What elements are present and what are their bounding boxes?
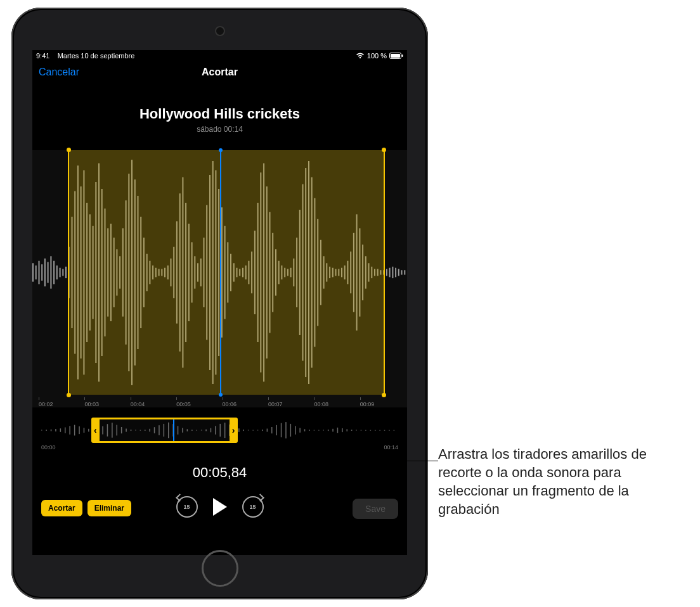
overview-time-labels: 00:00 00:14 <box>41 444 398 450</box>
svg-rect-121 <box>386 269 387 276</box>
skip-back-value: 15 <box>183 504 190 510</box>
trim-handle-left-dot-icon <box>67 148 71 152</box>
svg-rect-197 <box>365 430 366 431</box>
svg-rect-125 <box>398 269 399 276</box>
svg-rect-129 <box>46 430 47 431</box>
svg-rect-2 <box>402 54 403 57</box>
svg-rect-126 <box>401 270 403 274</box>
svg-rect-13 <box>62 269 63 276</box>
svg-rect-176 <box>267 429 268 432</box>
svg-rect-189 <box>328 430 329 431</box>
ipad-frame: 9:41 Martes 10 de septiembre 100 % Cance <box>11 8 428 599</box>
svg-rect-128 <box>41 430 42 430</box>
skip-fwd-value: 15 <box>249 504 256 510</box>
trim-selection-overview[interactable]: ‹ › <box>91 418 238 443</box>
play-button[interactable] <box>213 498 227 516</box>
svg-rect-4 <box>36 265 37 279</box>
ruler-tick-label: 00:07 <box>268 401 306 407</box>
status-bar-left: 9:41 Martes 10 de septiembre <box>36 52 134 60</box>
svg-rect-124 <box>395 268 396 278</box>
waveform-overview[interactable]: ‹ › <box>41 418 398 443</box>
svg-rect-203 <box>394 430 395 431</box>
svg-rect-127 <box>404 270 405 274</box>
delete-button[interactable]: Eliminar <box>88 500 131 516</box>
svg-rect-196 <box>361 430 362 431</box>
status-time: 9:41 <box>36 52 49 60</box>
svg-rect-178 <box>276 425 277 435</box>
svg-rect-199 <box>375 430 376 431</box>
svg-rect-194 <box>351 430 353 431</box>
trim-handle-right-dot-icon <box>382 148 386 152</box>
nav-bar: Cancelar Acortar <box>32 63 407 88</box>
svg-rect-1 <box>391 54 400 58</box>
svg-rect-14 <box>65 267 67 278</box>
battery-icon <box>389 53 403 59</box>
chevron-left-icon: ‹ <box>94 425 97 435</box>
overview-end-label: 00:14 <box>384 444 398 450</box>
trim-selection-large[interactable] <box>68 150 384 395</box>
svg-rect-3 <box>32 263 34 281</box>
svg-rect-201 <box>384 430 386 431</box>
ruler-tick-label: 00:08 <box>314 401 352 407</box>
status-bar-right: 100 % <box>356 52 403 60</box>
playhead-overview[interactable] <box>173 419 174 441</box>
svg-rect-188 <box>323 430 325 430</box>
svg-rect-10 <box>53 261 55 284</box>
svg-rect-190 <box>332 429 334 432</box>
ruler-tick-label: 00:04 <box>131 401 169 407</box>
time-ruler: 00:0200:0300:0400:0500:0600:0700:0800:09 <box>32 395 407 407</box>
svg-rect-198 <box>370 430 372 431</box>
svg-rect-177 <box>271 427 273 433</box>
svg-rect-202 <box>389 430 390 431</box>
recording-subtitle: sábado 00:14 <box>32 125 407 134</box>
svg-rect-171 <box>243 430 245 431</box>
skip-back-15-button[interactable]: 15 <box>176 496 198 518</box>
trim-handle-left[interactable]: ‹ <box>91 419 100 441</box>
svg-rect-184 <box>304 429 306 431</box>
ruler-tick-label: 00:05 <box>176 401 214 407</box>
svg-rect-123 <box>392 267 393 278</box>
svg-rect-175 <box>262 430 263 431</box>
controls-row: Acortar Eliminar 15 15 Save <box>32 496 407 524</box>
svg-rect-193 <box>347 429 348 431</box>
status-bar: 9:41 Martes 10 de septiembre 100 % <box>32 50 407 63</box>
overview-start-label: 00:00 <box>41 444 56 450</box>
svg-rect-132 <box>60 428 62 432</box>
svg-rect-134 <box>69 426 70 434</box>
svg-rect-182 <box>295 426 296 434</box>
svg-rect-181 <box>290 424 292 437</box>
skip-forward-15-button[interactable]: 15 <box>242 496 264 518</box>
svg-rect-136 <box>79 426 80 434</box>
svg-rect-192 <box>342 428 343 432</box>
svg-rect-180 <box>285 422 287 438</box>
ruler-tick-label: 00:03 <box>84 401 122 407</box>
front-camera <box>215 26 225 36</box>
waveform-large[interactable]: 00:0200:0300:0400:0500:0600:0700:0800:09 <box>32 150 407 407</box>
svg-rect-173 <box>252 430 254 431</box>
ruler-tick-label: 00:06 <box>223 401 261 407</box>
playhead-large[interactable] <box>220 150 221 395</box>
svg-rect-187 <box>318 430 320 431</box>
svg-rect-135 <box>74 425 75 436</box>
callout-leader-line <box>204 461 438 461</box>
svg-rect-131 <box>55 429 56 431</box>
svg-rect-186 <box>314 430 315 431</box>
svg-rect-9 <box>50 256 51 288</box>
chevron-right-icon: › <box>232 425 235 435</box>
svg-rect-8 <box>48 262 49 283</box>
save-button: Save <box>353 499 398 519</box>
ruler-tick-label: 00:02 <box>39 401 77 407</box>
status-date: Martes 10 de septiembre <box>58 52 135 60</box>
trim-button[interactable]: Acortar <box>41 500 82 516</box>
nav-title: Acortar <box>32 67 407 78</box>
svg-rect-130 <box>51 430 52 431</box>
svg-rect-185 <box>309 430 310 431</box>
svg-rect-170 <box>238 428 240 432</box>
home-button[interactable] <box>202 550 238 587</box>
svg-rect-12 <box>60 268 61 278</box>
svg-rect-200 <box>379 430 380 431</box>
svg-rect-137 <box>84 428 85 433</box>
svg-rect-133 <box>65 428 66 433</box>
trim-handle-right[interactable]: › <box>230 419 238 441</box>
svg-rect-11 <box>56 265 58 279</box>
